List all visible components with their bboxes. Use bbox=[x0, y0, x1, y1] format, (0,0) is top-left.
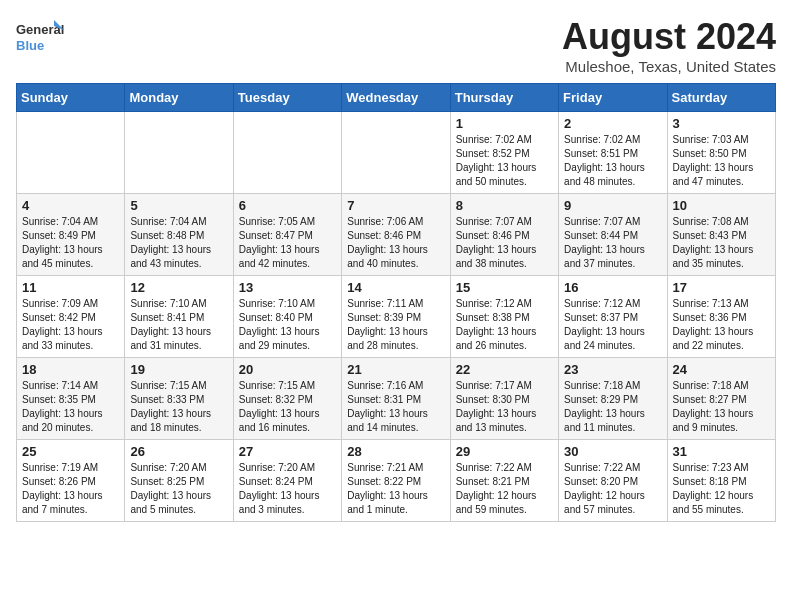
calendar-table: SundayMondayTuesdayWednesdayThursdayFrid… bbox=[16, 83, 776, 522]
calendar-cell: 22Sunrise: 7:17 AM Sunset: 8:30 PM Dayli… bbox=[450, 358, 558, 440]
day-number: 6 bbox=[239, 198, 336, 213]
calendar-cell: 2Sunrise: 7:02 AM Sunset: 8:51 PM Daylig… bbox=[559, 112, 667, 194]
day-number: 1 bbox=[456, 116, 553, 131]
day-number: 5 bbox=[130, 198, 227, 213]
weekday-header-thursday: Thursday bbox=[450, 84, 558, 112]
day-info: Sunrise: 7:20 AM Sunset: 8:24 PM Dayligh… bbox=[239, 461, 336, 517]
calendar-cell: 3Sunrise: 7:03 AM Sunset: 8:50 PM Daylig… bbox=[667, 112, 775, 194]
calendar-week-4: 18Sunrise: 7:14 AM Sunset: 8:35 PM Dayli… bbox=[17, 358, 776, 440]
weekday-header-monday: Monday bbox=[125, 84, 233, 112]
calendar-cell: 21Sunrise: 7:16 AM Sunset: 8:31 PM Dayli… bbox=[342, 358, 450, 440]
logo-svg: GeneralBlue bbox=[16, 16, 66, 61]
day-info: Sunrise: 7:14 AM Sunset: 8:35 PM Dayligh… bbox=[22, 379, 119, 435]
weekday-header-saturday: Saturday bbox=[667, 84, 775, 112]
day-info: Sunrise: 7:12 AM Sunset: 8:38 PM Dayligh… bbox=[456, 297, 553, 353]
calendar-cell bbox=[17, 112, 125, 194]
calendar-cell: 4Sunrise: 7:04 AM Sunset: 8:49 PM Daylig… bbox=[17, 194, 125, 276]
day-number: 26 bbox=[130, 444, 227, 459]
calendar-cell: 30Sunrise: 7:22 AM Sunset: 8:20 PM Dayli… bbox=[559, 440, 667, 522]
day-number: 29 bbox=[456, 444, 553, 459]
logo: GeneralBlue bbox=[16, 16, 66, 61]
day-number: 13 bbox=[239, 280, 336, 295]
calendar-cell: 15Sunrise: 7:12 AM Sunset: 8:38 PM Dayli… bbox=[450, 276, 558, 358]
day-info: Sunrise: 7:19 AM Sunset: 8:26 PM Dayligh… bbox=[22, 461, 119, 517]
day-info: Sunrise: 7:22 AM Sunset: 8:21 PM Dayligh… bbox=[456, 461, 553, 517]
day-info: Sunrise: 7:07 AM Sunset: 8:44 PM Dayligh… bbox=[564, 215, 661, 271]
day-info: Sunrise: 7:05 AM Sunset: 8:47 PM Dayligh… bbox=[239, 215, 336, 271]
day-info: Sunrise: 7:23 AM Sunset: 8:18 PM Dayligh… bbox=[673, 461, 770, 517]
calendar-cell: 17Sunrise: 7:13 AM Sunset: 8:36 PM Dayli… bbox=[667, 276, 775, 358]
day-info: Sunrise: 7:16 AM Sunset: 8:31 PM Dayligh… bbox=[347, 379, 444, 435]
calendar-cell bbox=[342, 112, 450, 194]
calendar-cell: 12Sunrise: 7:10 AM Sunset: 8:41 PM Dayli… bbox=[125, 276, 233, 358]
day-info: Sunrise: 7:03 AM Sunset: 8:50 PM Dayligh… bbox=[673, 133, 770, 189]
day-number: 28 bbox=[347, 444, 444, 459]
calendar-cell: 11Sunrise: 7:09 AM Sunset: 8:42 PM Dayli… bbox=[17, 276, 125, 358]
calendar-cell: 10Sunrise: 7:08 AM Sunset: 8:43 PM Dayli… bbox=[667, 194, 775, 276]
calendar-cell bbox=[125, 112, 233, 194]
day-info: Sunrise: 7:15 AM Sunset: 8:33 PM Dayligh… bbox=[130, 379, 227, 435]
day-info: Sunrise: 7:02 AM Sunset: 8:51 PM Dayligh… bbox=[564, 133, 661, 189]
day-info: Sunrise: 7:11 AM Sunset: 8:39 PM Dayligh… bbox=[347, 297, 444, 353]
calendar-cell: 6Sunrise: 7:05 AM Sunset: 8:47 PM Daylig… bbox=[233, 194, 341, 276]
weekday-header-wednesday: Wednesday bbox=[342, 84, 450, 112]
day-number: 16 bbox=[564, 280, 661, 295]
day-number: 24 bbox=[673, 362, 770, 377]
day-info: Sunrise: 7:04 AM Sunset: 8:49 PM Dayligh… bbox=[22, 215, 119, 271]
day-number: 21 bbox=[347, 362, 444, 377]
day-number: 8 bbox=[456, 198, 553, 213]
calendar-cell: 25Sunrise: 7:19 AM Sunset: 8:26 PM Dayli… bbox=[17, 440, 125, 522]
day-number: 25 bbox=[22, 444, 119, 459]
day-info: Sunrise: 7:17 AM Sunset: 8:30 PM Dayligh… bbox=[456, 379, 553, 435]
weekday-header-friday: Friday bbox=[559, 84, 667, 112]
page-title: August 2024 bbox=[562, 16, 776, 58]
day-number: 11 bbox=[22, 280, 119, 295]
day-info: Sunrise: 7:10 AM Sunset: 8:41 PM Dayligh… bbox=[130, 297, 227, 353]
day-info: Sunrise: 7:10 AM Sunset: 8:40 PM Dayligh… bbox=[239, 297, 336, 353]
calendar-cell: 16Sunrise: 7:12 AM Sunset: 8:37 PM Dayli… bbox=[559, 276, 667, 358]
day-number: 18 bbox=[22, 362, 119, 377]
day-info: Sunrise: 7:09 AM Sunset: 8:42 PM Dayligh… bbox=[22, 297, 119, 353]
day-number: 3 bbox=[673, 116, 770, 131]
calendar-cell bbox=[233, 112, 341, 194]
day-info: Sunrise: 7:04 AM Sunset: 8:48 PM Dayligh… bbox=[130, 215, 227, 271]
day-info: Sunrise: 7:21 AM Sunset: 8:22 PM Dayligh… bbox=[347, 461, 444, 517]
day-number: 7 bbox=[347, 198, 444, 213]
day-info: Sunrise: 7:08 AM Sunset: 8:43 PM Dayligh… bbox=[673, 215, 770, 271]
day-info: Sunrise: 7:18 AM Sunset: 8:29 PM Dayligh… bbox=[564, 379, 661, 435]
page-header: GeneralBlue August 2024 Muleshoe, Texas,… bbox=[16, 16, 776, 75]
calendar-cell: 18Sunrise: 7:14 AM Sunset: 8:35 PM Dayli… bbox=[17, 358, 125, 440]
calendar-cell: 31Sunrise: 7:23 AM Sunset: 8:18 PM Dayli… bbox=[667, 440, 775, 522]
calendar-header-row: SundayMondayTuesdayWednesdayThursdayFrid… bbox=[17, 84, 776, 112]
calendar-cell: 14Sunrise: 7:11 AM Sunset: 8:39 PM Dayli… bbox=[342, 276, 450, 358]
day-info: Sunrise: 7:18 AM Sunset: 8:27 PM Dayligh… bbox=[673, 379, 770, 435]
calendar-cell: 7Sunrise: 7:06 AM Sunset: 8:46 PM Daylig… bbox=[342, 194, 450, 276]
day-number: 20 bbox=[239, 362, 336, 377]
calendar-cell: 23Sunrise: 7:18 AM Sunset: 8:29 PM Dayli… bbox=[559, 358, 667, 440]
weekday-header-sunday: Sunday bbox=[17, 84, 125, 112]
day-number: 17 bbox=[673, 280, 770, 295]
calendar-cell: 5Sunrise: 7:04 AM Sunset: 8:48 PM Daylig… bbox=[125, 194, 233, 276]
calendar-cell: 8Sunrise: 7:07 AM Sunset: 8:46 PM Daylig… bbox=[450, 194, 558, 276]
calendar-cell: 20Sunrise: 7:15 AM Sunset: 8:32 PM Dayli… bbox=[233, 358, 341, 440]
day-number: 2 bbox=[564, 116, 661, 131]
calendar-week-3: 11Sunrise: 7:09 AM Sunset: 8:42 PM Dayli… bbox=[17, 276, 776, 358]
calendar-week-2: 4Sunrise: 7:04 AM Sunset: 8:49 PM Daylig… bbox=[17, 194, 776, 276]
calendar-cell: 24Sunrise: 7:18 AM Sunset: 8:27 PM Dayli… bbox=[667, 358, 775, 440]
day-info: Sunrise: 7:02 AM Sunset: 8:52 PM Dayligh… bbox=[456, 133, 553, 189]
day-info: Sunrise: 7:15 AM Sunset: 8:32 PM Dayligh… bbox=[239, 379, 336, 435]
calendar-cell: 28Sunrise: 7:21 AM Sunset: 8:22 PM Dayli… bbox=[342, 440, 450, 522]
day-info: Sunrise: 7:13 AM Sunset: 8:36 PM Dayligh… bbox=[673, 297, 770, 353]
svg-text:Blue: Blue bbox=[16, 38, 44, 53]
day-number: 12 bbox=[130, 280, 227, 295]
title-block: August 2024 Muleshoe, Texas, United Stat… bbox=[562, 16, 776, 75]
calendar-cell: 9Sunrise: 7:07 AM Sunset: 8:44 PM Daylig… bbox=[559, 194, 667, 276]
day-number: 9 bbox=[564, 198, 661, 213]
day-info: Sunrise: 7:07 AM Sunset: 8:46 PM Dayligh… bbox=[456, 215, 553, 271]
day-info: Sunrise: 7:22 AM Sunset: 8:20 PM Dayligh… bbox=[564, 461, 661, 517]
day-number: 27 bbox=[239, 444, 336, 459]
calendar-week-5: 25Sunrise: 7:19 AM Sunset: 8:26 PM Dayli… bbox=[17, 440, 776, 522]
calendar-cell: 13Sunrise: 7:10 AM Sunset: 8:40 PM Dayli… bbox=[233, 276, 341, 358]
day-number: 14 bbox=[347, 280, 444, 295]
calendar-week-1: 1Sunrise: 7:02 AM Sunset: 8:52 PM Daylig… bbox=[17, 112, 776, 194]
